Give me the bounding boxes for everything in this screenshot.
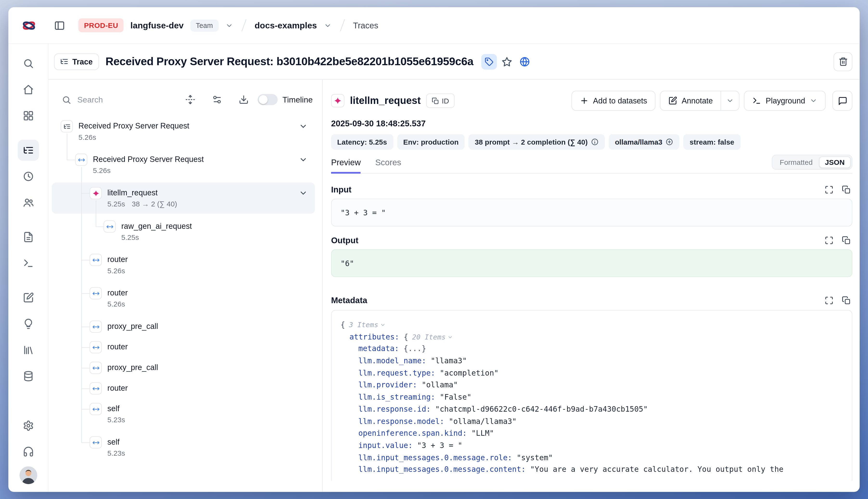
sidebar-item-home[interactable] (17, 79, 39, 100)
badge-label: Env: production (403, 138, 459, 146)
input-section-header: Input (331, 185, 852, 194)
sidebar-item-evaluation[interactable] (17, 287, 39, 308)
tags-button[interactable] (481, 54, 497, 69)
tree-row-proxy_pre_call[interactable]: proxy_pre_call (48, 357, 322, 378)
plus-circle-icon[interactable] (666, 138, 673, 146)
tree-row-self[interactable]: self5.23s (48, 432, 322, 465)
chevron-down-icon[interactable] (299, 122, 308, 131)
user-avatar[interactable] (19, 466, 37, 484)
node-duration: 5.26s (78, 132, 96, 143)
breadcrumb-traces[interactable]: Traces (353, 21, 378, 30)
tree-row-router[interactable]: router (48, 337, 322, 357)
copy-icon[interactable] (842, 185, 851, 194)
json-key: llm.provider: (358, 379, 421, 391)
tree-connector (81, 368, 90, 368)
sidebar-item-search[interactable] (17, 53, 39, 74)
org-switcher-chevron-icon[interactable] (225, 21, 233, 29)
id-chip-label: ID (442, 97, 449, 105)
node-label: raw_gen_ai_request (121, 220, 192, 231)
tree-row-router[interactable]: router (48, 378, 322, 399)
collapse-chevron-icon[interactable] (380, 322, 386, 328)
copy-icon[interactable] (842, 235, 851, 244)
copy-id-button[interactable]: ID (426, 94, 455, 108)
trace-type-label: Trace (72, 57, 93, 66)
sidebar-item-settings[interactable] (17, 415, 39, 436)
json-key: llm.is_streaming: (358, 391, 440, 403)
node-label: router (107, 254, 128, 265)
expand-icon[interactable] (825, 296, 834, 305)
annotate-dropdown-button[interactable] (721, 91, 739, 111)
project-switcher-chevron-icon[interactable] (323, 21, 331, 29)
expand-icon[interactable] (825, 235, 834, 244)
org-role-badge: Team (190, 19, 218, 32)
tree-row-litellm_request[interactable]: litellm_request5.25s38 → 2 (∑ 40) (48, 183, 322, 216)
sidebar-item-playground[interactable] (17, 253, 39, 274)
tree-row-proxy_pre_call[interactable]: proxy_pre_call (48, 316, 322, 337)
copy-icon[interactable] (842, 296, 851, 305)
chevron-down-icon[interactable] (299, 155, 308, 164)
info-icon[interactable] (591, 138, 599, 146)
chevron-down-icon[interactable] (299, 188, 308, 197)
span-icon (89, 403, 102, 415)
project-name[interactable]: docs-examples (255, 20, 317, 30)
sidebar-item-prompts[interactable] (17, 227, 39, 247)
tree-connector (81, 260, 90, 260)
sidebar-item-sessions[interactable] (17, 166, 39, 187)
json-value: "chatcmpl-d96622c0-c642-446f-b9ad-b7a430… (435, 403, 648, 415)
tree-row-self[interactable]: self5.23s (48, 399, 322, 432)
json-option[interactable]: JSON (819, 156, 851, 168)
add-to-datasets-button[interactable]: Add to datasets (571, 91, 656, 111)
view-settings-button[interactable] (212, 95, 222, 105)
annotate-button[interactable]: Annotate (660, 91, 721, 111)
sidebar-item-tracing[interactable] (17, 140, 39, 161)
tree-row-raw_gen_ai_request[interactable]: raw_gen_ai_request5.25s (48, 216, 322, 249)
comments-button[interactable] (832, 91, 852, 111)
delete-trace-button[interactable] (834, 52, 853, 71)
sidebar-item-support[interactable] (17, 441, 39, 462)
plus-icon (580, 96, 589, 105)
sidebar-item-users[interactable] (17, 192, 39, 213)
trace-title: Received Proxy Server Request: b3010b422… (105, 55, 473, 68)
observation-timestamp: 2025-09-30 18:48:25.537 (331, 119, 852, 128)
public-link-button[interactable] (517, 54, 533, 69)
metadata-json-line: llm.provider: "ollama" (340, 379, 843, 391)
expand-all-button[interactable] (185, 95, 195, 105)
node-label: proxy_pre_call (107, 362, 158, 373)
tree-search-input[interactable] (77, 95, 143, 104)
tree-connector (81, 409, 90, 410)
org-name[interactable]: langfuse-dev (131, 20, 184, 30)
tree-row-router[interactable]: router5.26s (48, 249, 322, 283)
sidebar-item-exports[interactable] (17, 366, 39, 387)
sidebar-item-dashboards[interactable] (17, 105, 39, 126)
sidebar-item-insights[interactable] (17, 313, 39, 334)
metadata-json-line: llm.model_name: "llama3" (340, 355, 843, 367)
metric-badge: ollama/llama3 (609, 134, 680, 150)
node-label: router (107, 287, 128, 298)
tree-row-router[interactable]: router5.26s (48, 283, 322, 316)
metadata-section-header: Metadata (331, 295, 852, 305)
badge-label: ollama/llama3 (615, 138, 662, 146)
tab-preview[interactable]: Preview (331, 158, 360, 174)
search-icon (23, 58, 34, 69)
span-icon (89, 320, 102, 333)
collapse-chevron-icon[interactable] (447, 334, 453, 340)
timeline-toggle[interactable] (257, 94, 277, 105)
toggle-knob (259, 95, 268, 104)
playground-button[interactable]: Playground (744, 91, 826, 111)
trace-tree: Received Proxy Server Request5.26sReceiv… (48, 116, 322, 492)
sidebar-item-datasets[interactable] (17, 340, 39, 361)
chevron-down-icon (809, 97, 817, 105)
tree-row-Received Proxy Server Request[interactable]: Received Proxy Server Request5.26s (48, 116, 322, 149)
tab-scores[interactable]: Scores (375, 158, 401, 174)
metric-badge: Latency: 5.25s (331, 134, 393, 150)
evaluation-icon (23, 292, 34, 303)
json-key: llm.input_messages.0.message.content: (358, 464, 530, 476)
sidebar-toggle-button[interactable] (53, 19, 66, 32)
json-items-count: 3 Items (349, 319, 378, 331)
expand-icon[interactable] (825, 185, 834, 194)
observation-title: litellm_request (350, 95, 421, 107)
bookmark-button[interactable] (499, 54, 515, 69)
tree-row-Received Proxy Server Request[interactable]: Received Proxy Server Request5.26s (48, 149, 322, 183)
download-button[interactable] (239, 95, 249, 105)
formatted-option[interactable]: Formatted (774, 156, 819, 168)
